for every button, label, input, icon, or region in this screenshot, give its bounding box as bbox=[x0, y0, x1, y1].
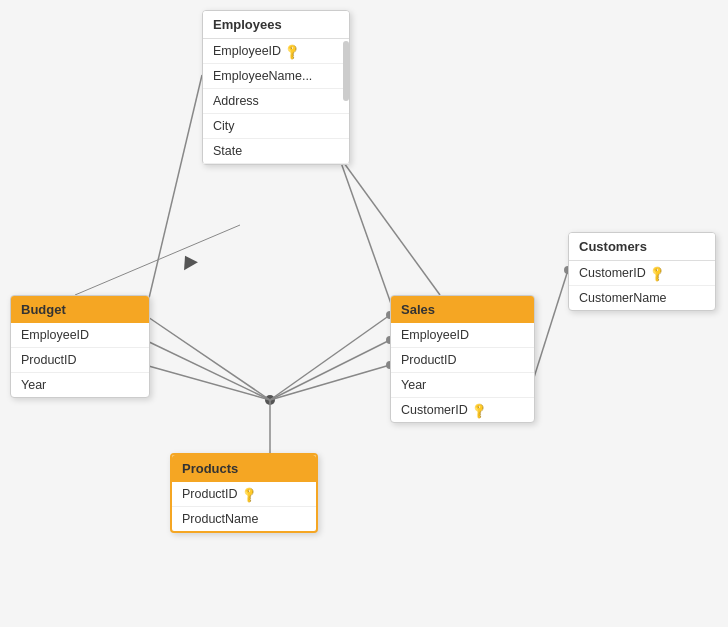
budget-table-header: Budget bbox=[11, 296, 149, 323]
customers-table-header: Customers bbox=[569, 233, 715, 261]
employees-row-4: City bbox=[203, 114, 349, 139]
svg-point-2 bbox=[265, 395, 275, 405]
employees-table[interactable]: Employees EmployeeID 🔑 EmployeeName... A… bbox=[202, 10, 350, 165]
svg-line-4 bbox=[145, 340, 270, 400]
sales-row-3: Year bbox=[391, 373, 534, 398]
customers-field-1: CustomerID bbox=[579, 266, 646, 280]
svg-line-0 bbox=[145, 75, 202, 315]
sales-field-3: Year bbox=[401, 378, 426, 392]
employees-row-2: EmployeeName... bbox=[203, 64, 349, 89]
sales-row-4: CustomerID 🔑 bbox=[391, 398, 534, 422]
budget-field-1: EmployeeID bbox=[21, 328, 89, 342]
scrollbar[interactable] bbox=[343, 41, 349, 101]
employees-field-4: City bbox=[213, 119, 235, 133]
svg-line-12 bbox=[75, 225, 240, 295]
svg-line-10 bbox=[530, 270, 568, 390]
employees-table-header: Employees bbox=[203, 11, 349, 39]
employees-row-5: State bbox=[203, 139, 349, 164]
customers-table[interactable]: Customers CustomerID 🔑 CustomerName bbox=[568, 232, 716, 311]
svg-line-6 bbox=[270, 315, 390, 400]
customers-row-1: CustomerID 🔑 bbox=[569, 261, 715, 286]
key-icon-3: 🔑 bbox=[647, 263, 666, 282]
products-field-2: ProductName bbox=[182, 512, 258, 526]
products-table-header: Products bbox=[172, 455, 316, 482]
svg-line-7 bbox=[270, 340, 390, 400]
svg-line-5 bbox=[145, 365, 270, 400]
products-table[interactable]: Products ProductID 🔑 ProductName bbox=[170, 453, 318, 533]
key-icon-1: 🔑 bbox=[283, 41, 302, 60]
sales-row-1: EmployeeID bbox=[391, 323, 534, 348]
sales-table[interactable]: Sales EmployeeID ProductID Year Customer… bbox=[390, 295, 535, 423]
customers-row-2: CustomerName bbox=[569, 286, 715, 310]
sales-row-2: ProductID bbox=[391, 348, 534, 373]
employees-row-3: Address bbox=[203, 89, 349, 114]
svg-line-3 bbox=[145, 315, 270, 400]
employees-field-5: State bbox=[213, 144, 242, 158]
svg-line-8 bbox=[270, 365, 390, 400]
employees-field-3: Address bbox=[213, 94, 259, 108]
budget-table[interactable]: Budget EmployeeID ProductID Year bbox=[10, 295, 150, 398]
products-row-2: ProductName bbox=[172, 507, 316, 531]
key-icon-4: 🔑 bbox=[239, 484, 258, 503]
budget-row-1: EmployeeID bbox=[11, 323, 149, 348]
diagram-canvas[interactable]: Employees EmployeeID 🔑 EmployeeName... A… bbox=[0, 0, 728, 627]
budget-field-2: ProductID bbox=[21, 353, 77, 367]
sales-field-4: CustomerID bbox=[401, 403, 468, 417]
customers-field-2: CustomerName bbox=[579, 291, 667, 305]
employees-field-2: EmployeeName... bbox=[213, 69, 312, 83]
mouse-cursor bbox=[178, 252, 198, 270]
sales-field-2: ProductID bbox=[401, 353, 457, 367]
products-row-1: ProductID 🔑 bbox=[172, 482, 316, 507]
employees-field-1: EmployeeID bbox=[213, 44, 281, 58]
budget-row-3: Year bbox=[11, 373, 149, 397]
products-field-1: ProductID bbox=[182, 487, 238, 501]
budget-field-3: Year bbox=[21, 378, 46, 392]
sales-table-header: Sales bbox=[391, 296, 534, 323]
sales-field-1: EmployeeID bbox=[401, 328, 469, 342]
budget-row-2: ProductID bbox=[11, 348, 149, 373]
employees-row-1: EmployeeID 🔑 bbox=[203, 39, 349, 64]
key-icon-2: 🔑 bbox=[469, 400, 488, 419]
